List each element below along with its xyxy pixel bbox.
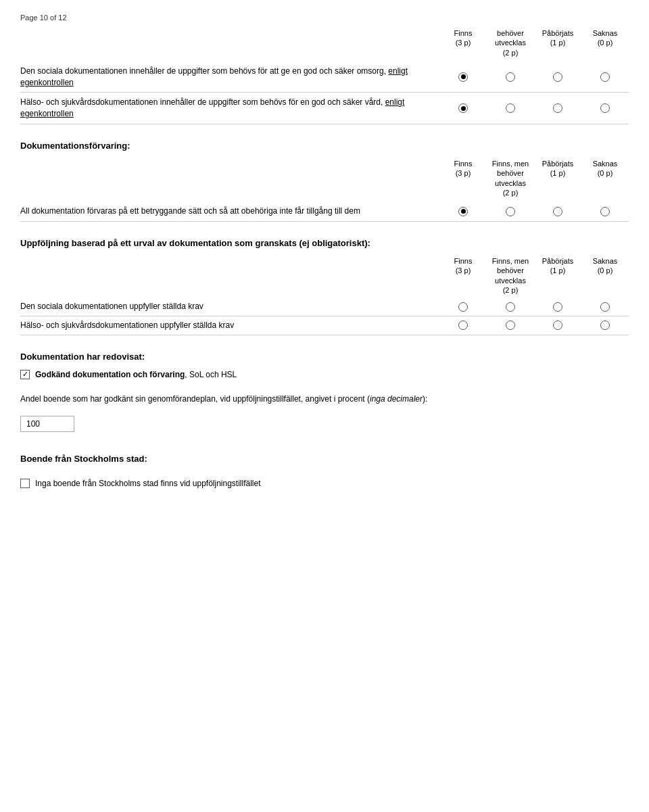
uppfol-col-paborjats: Påbörjats (1 p) bbox=[534, 256, 581, 295]
radio-cell-finns-men bbox=[487, 302, 534, 312]
row-label: Den sociala dokumentationen uppfyller st… bbox=[20, 301, 439, 312]
boende-fran-section: Boende från Stockholms stad: Inga boende… bbox=[20, 454, 629, 495]
radio-paborjats-row1[interactable] bbox=[553, 72, 562, 82]
row-label: Hälso- och sjukvårdsdokumentationen uppf… bbox=[20, 320, 439, 331]
radio-cell-paborjats bbox=[534, 320, 581, 330]
uppfol-col-finns: Finns (3 p) bbox=[439, 256, 487, 295]
uppfol-col-finns-men: Finns, men behöver utvecklas (2 p) bbox=[487, 256, 534, 295]
table-row: Den sociala dokumentationen innehåller d… bbox=[20, 62, 629, 93]
radio-cell-finns bbox=[439, 103, 487, 113]
row1-link[interactable]: enligt egenkontrollen bbox=[20, 66, 408, 87]
page-number: Page 10 of 12 bbox=[20, 14, 629, 22]
row-label: Hälso- och sjukvårdsdokumentationen inne… bbox=[20, 97, 439, 120]
radio-cell-finns bbox=[439, 302, 487, 312]
radio-cell-saknas bbox=[581, 302, 629, 312]
radio-cell-finns bbox=[439, 72, 487, 82]
andel-boende-italic: inga decimaler bbox=[370, 394, 423, 404]
row-label: Den sociala dokumentationen innehåller d… bbox=[20, 66, 439, 89]
radio-cell-behover bbox=[487, 103, 534, 113]
radio-saknas-row2[interactable] bbox=[600, 103, 610, 113]
uppfol-col-headers: Finns (3 p) Finns, men behöver utvecklas… bbox=[20, 256, 629, 295]
radio-finns-dok1[interactable] bbox=[458, 207, 468, 216]
col-header-finns: Finns (3 p) bbox=[439, 28, 487, 57]
uppfoljning-title: Uppföljning baserad på ett urval av doku… bbox=[20, 238, 629, 248]
table-row: Hälso- och sjukvårdsdokumentationen uppf… bbox=[20, 316, 629, 335]
radio-finns-upp2[interactable] bbox=[458, 320, 468, 330]
col-header-behover: behöver utvecklas (2 p) bbox=[487, 28, 534, 57]
table-row: Hälso- och sjukvårdsdokumentationen inne… bbox=[20, 93, 629, 124]
radio-saknas-upp2[interactable] bbox=[600, 320, 610, 330]
radio-cell-finns-men bbox=[487, 207, 534, 216]
radio-cell-saknas bbox=[581, 207, 629, 216]
radio-cell-finns bbox=[439, 207, 487, 216]
table-row: All dokumentation förvaras på ett betryg… bbox=[20, 201, 629, 222]
radio-cell-saknas bbox=[581, 72, 629, 82]
radio-saknas-dok1[interactable] bbox=[600, 207, 610, 216]
dok-col-headers: Finns (3 p) Finns, men behöver utvecklas… bbox=[20, 159, 629, 197]
andel-boende-section: Andel boende som har godkänt sin genomfö… bbox=[20, 393, 629, 437]
dok-col-header-finns-men: Finns, men behöver utvecklas (2 p) bbox=[487, 159, 534, 197]
radio-cells bbox=[439, 72, 629, 82]
godkand-label-suffix: , SoL och HSL bbox=[185, 370, 237, 379]
col-header-paborjats: Påbörjats (1 p) bbox=[534, 28, 581, 57]
uppfoljning-section: Uppföljning baserad på ett urval av doku… bbox=[20, 238, 629, 335]
radio-cells bbox=[439, 103, 629, 113]
radio-paborjats-upp1[interactable] bbox=[553, 302, 562, 312]
radio-behover-row1[interactable] bbox=[506, 72, 515, 82]
radio-cell-behover bbox=[487, 72, 534, 82]
radio-paborjats-upp2[interactable] bbox=[553, 320, 562, 330]
radio-behover-row2[interactable] bbox=[506, 103, 515, 113]
checkbox-row: Godkänd dokumentation och förvaring, SoL… bbox=[20, 370, 629, 379]
godkand-checkbox[interactable] bbox=[20, 370, 30, 379]
top-col-headers: Finns (3 p) behöver utvecklas (2 p) Påbö… bbox=[20, 28, 629, 57]
dok-col-header-saknas: Saknas (0 p) bbox=[581, 159, 629, 197]
dok-col-header-paborjats: Påbörjats (1 p) bbox=[534, 159, 581, 197]
radio-finns-upp1[interactable] bbox=[458, 302, 468, 312]
radio-saknas-upp1[interactable] bbox=[600, 302, 610, 312]
top-section: Finns (3 p) behöver utvecklas (2 p) Påbö… bbox=[20, 28, 629, 124]
table-row: Den sociala dokumentationen uppfyller st… bbox=[20, 297, 629, 316]
uppfol-label-spacer bbox=[20, 256, 439, 295]
row2-link[interactable]: enligt egenkontrollen bbox=[20, 97, 404, 118]
dokumentation-har-redovisat-title: Dokumentation har redovisat: bbox=[20, 352, 629, 362]
uppfol-col-saknas: Saknas (0 p) bbox=[581, 256, 629, 295]
checkbox-row: Inga boende från Stockholms stad finns v… bbox=[20, 472, 629, 495]
andel-boende-text: Andel boende som har godkänt sin genomfö… bbox=[20, 393, 629, 405]
radio-cell-paborjats bbox=[534, 207, 581, 216]
radio-cells bbox=[439, 207, 629, 216]
radio-cell-paborjats bbox=[534, 72, 581, 82]
row-label: All dokumentation förvaras på ett betryg… bbox=[20, 206, 439, 217]
radio-cell-finns-men bbox=[487, 320, 534, 330]
inga-boende-label: Inga boende från Stockholms stad finns v… bbox=[35, 477, 261, 489]
dokumentationsforvaring-title: Dokumentationsförvaring: bbox=[20, 141, 629, 151]
godkand-label-bold: Godkänd dokumentation och förvaring bbox=[35, 370, 185, 379]
radio-saknas-row1[interactable] bbox=[600, 72, 610, 82]
radio-finns-row2[interactable] bbox=[458, 103, 468, 113]
radio-paborjats-dok1[interactable] bbox=[553, 207, 562, 216]
dok-col-header-finns: Finns (3 p) bbox=[439, 159, 487, 197]
radio-paborjats-row2[interactable] bbox=[553, 103, 562, 113]
radio-cell-finns bbox=[439, 320, 487, 330]
radio-finns-men-upp2[interactable] bbox=[506, 320, 515, 330]
radio-finns-men-upp1[interactable] bbox=[506, 302, 515, 312]
godkand-label: Godkänd dokumentation och förvaring, SoL… bbox=[35, 370, 237, 379]
col-header-saknas: Saknas (0 p) bbox=[581, 28, 629, 57]
andel-boende-input[interactable] bbox=[20, 416, 74, 432]
dokumentationsforvaring-section: Dokumentationsförvaring: Finns (3 p) Fin… bbox=[20, 141, 629, 222]
radio-cell-paborjats bbox=[534, 103, 581, 113]
dokumentation-har-redovisat-section: Dokumentation har redovisat: Godkänd dok… bbox=[20, 352, 629, 379]
radio-cell-paborjats bbox=[534, 302, 581, 312]
inga-boende-checkbox[interactable] bbox=[20, 479, 30, 488]
radio-cell-saknas bbox=[581, 103, 629, 113]
radio-cell-saknas bbox=[581, 320, 629, 330]
boende-fran-title: Boende från Stockholms stad: bbox=[20, 454, 629, 464]
radio-finns-row1[interactable] bbox=[458, 72, 468, 82]
radio-finns-men-dok1[interactable] bbox=[506, 207, 515, 216]
